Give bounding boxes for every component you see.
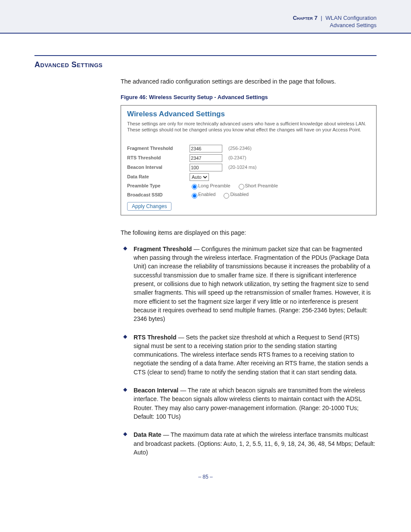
apply-changes-button[interactable]: Apply Changes (127, 202, 171, 211)
hint-beacon-interval: (20-1024 ms) (228, 164, 256, 171)
hint-rts-threshold: (0-2347) (228, 155, 246, 162)
radio-enabled-label[interactable]: Enabled (190, 191, 215, 198)
advanced-settings-panel: Wireless Advanced Settings These setting… (121, 105, 377, 215)
input-fragment-threshold[interactable] (190, 145, 222, 152)
radio-long-preamble[interactable] (192, 184, 197, 190)
list-item: Data Rate — The maximum data rate at whi… (121, 430, 377, 457)
label-data-rate: Data Rate (127, 174, 190, 180)
intro-paragraph: The advanced radio configuration setting… (121, 77, 377, 86)
page-header: Chapter 7 | WLAN Configuration Advanced … (0, 0, 411, 34)
row-fragment-threshold: Fragment Threshold (256-2346) (127, 145, 370, 152)
item-title: RTS Threshold (134, 334, 177, 341)
item-title: Beacon Interval (134, 387, 178, 394)
list-item: Fragment Threshold — Configures the mini… (121, 245, 377, 324)
row-rts-threshold: RTS Threshold (0-2347) (127, 154, 370, 162)
label-preamble-type: Preamble Type (127, 183, 190, 190)
item-body: — Configures the minimum packet size tha… (134, 246, 371, 322)
radio-long-preamble-label[interactable]: Long Preamble (190, 183, 230, 190)
panel-title: Wireless Advanced Settings (127, 109, 370, 120)
section-title: Advanced Settings (34, 60, 377, 69)
radio-ssid-disabled[interactable] (224, 193, 229, 199)
panel-note: These settings are only for more technic… (127, 121, 370, 133)
chapter-label: Chapter 7 (293, 15, 318, 21)
figure-caption: Figure 46: Wireless Security Setup - Adv… (121, 93, 377, 102)
hint-fragment-threshold: (256-2346) (228, 145, 252, 152)
label-beacon-interval: Beacon Interval (127, 164, 190, 171)
radio-disabled-label[interactable]: Disabled (221, 191, 249, 198)
list-item: RTS Threshold — Sets the packet size thr… (121, 333, 377, 376)
header-separator: | (319, 15, 324, 21)
radio-short-preamble-label[interactable]: Short Preamble (237, 183, 278, 190)
label-broadcast-ssid: Broadcast SSID (127, 192, 190, 199)
row-preamble-type: Preamble Type Long Preamble Short Preamb… (127, 183, 370, 190)
row-data-rate: Data Rate Auto (127, 173, 370, 181)
chapter-title: WLAN Configuration (326, 15, 377, 21)
item-title: Data Rate (134, 431, 162, 438)
row-broadcast-ssid: Broadcast SSID Enabled Disabled (127, 191, 370, 198)
radio-short-preamble[interactable] (239, 184, 244, 190)
item-body: — The maximum data rate at which the wir… (134, 431, 375, 456)
select-data-rate[interactable]: Auto (190, 173, 209, 181)
section-rule (34, 55, 377, 56)
list-intro: The following items are displayed on thi… (121, 228, 377, 237)
item-title: Fragment Threshold (134, 246, 192, 252)
input-rts-threshold[interactable] (190, 154, 222, 162)
label-rts-threshold: RTS Threshold (127, 155, 190, 162)
settings-list: Fragment Threshold — Configures the mini… (121, 245, 377, 457)
row-beacon-interval: Beacon Interval (20-1024 ms) (127, 164, 370, 171)
list-item: Beacon Interval — The rate at which beac… (121, 386, 377, 421)
label-fragment-threshold: Fragment Threshold (127, 145, 190, 152)
page-number: – 85 – (0, 474, 411, 493)
radio-ssid-enabled[interactable] (192, 193, 197, 199)
header-subtitle: Advanced Settings (34, 22, 377, 28)
input-beacon-interval[interactable] (190, 164, 222, 171)
